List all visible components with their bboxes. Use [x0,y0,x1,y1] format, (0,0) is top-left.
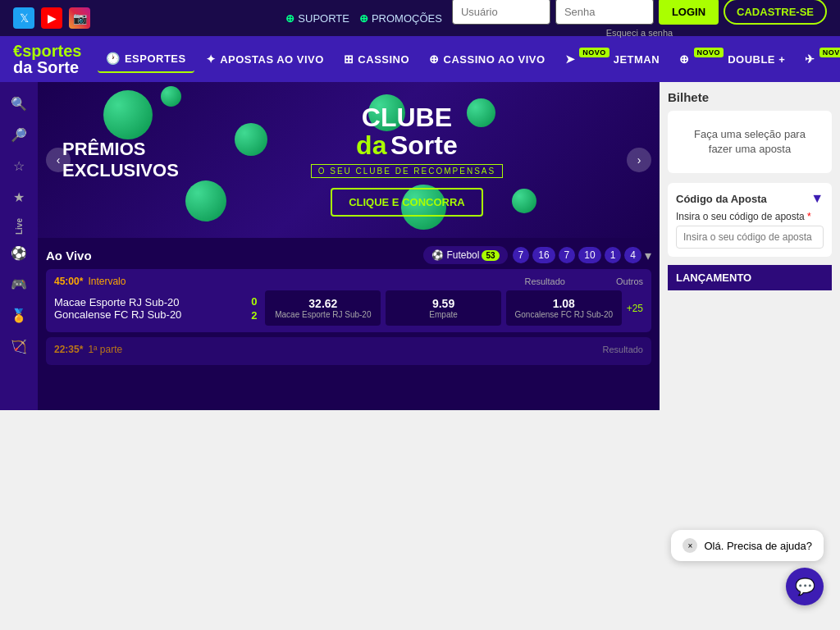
nav-items: 🕐 ESPORTES ✦ APOSTAS AO VIVO ⊞ CASSINO ⊕… [98,45,840,73]
more-odds-button[interactable]: +25 [627,303,643,314]
result-label: Resultado [524,276,565,286]
match-teams: Macae Esporte RJ Sub-20 Goncalense FC RJ… [54,296,243,321]
star-outline-icon[interactable]: ☆ [6,153,32,179]
codigo-label: Insira o seu código de aposta * [676,211,824,222]
top-right: ⊕ SUPORTE ⊕ PROMOÇÕES LOGIN CADASTRE-SE … [285,0,827,38]
banner-left-text: PRÊMIOS EXCLUSIVOS [62,139,179,181]
match-info: Macae Esporte RJ Sub-20 Goncalense FC RJ… [54,296,243,321]
social-icons: 𝕏 ▶ 📷 [13,7,90,29]
logo-top: €sportes [13,43,81,59]
banner: ‹ PRÊMIOS EXCLUSIVOS CLUBE da Sorte O SE… [38,82,660,238]
live-title: Ao Vivo [46,249,92,262]
apostas-icon: ✦ [206,52,217,66]
register-button[interactable]: CADASTRE-SE [724,0,827,25]
jetman-icon: ➤ [565,52,576,66]
codigo-section: Código da Aposta ▼ Insira o seu código d… [668,183,832,257]
match-scores: 0 2 [251,295,257,322]
match-status-2: 1ª parte [88,344,122,355]
match-odds: 32.62 Macae Esporte RJ Sub-20 9.59 Empat… [265,290,643,326]
sports-icon[interactable]: 🏅 [6,302,32,328]
aviator-icon: ✈ [805,52,815,66]
right-sidebar: Bilhete Faça uma seleção para fazer uma … [660,82,840,410]
odd-team2-button[interactable]: 1.08 Goncalense FC RJ Sub-20 [506,290,622,326]
controller-icon[interactable]: 🎮 [6,271,32,297]
logo[interactable]: €sportes da Sorte [13,43,81,75]
banner-subtitle: O SEU CLUBE DE RECOMPENSAS [311,164,503,178]
filter-dropdown-icon[interactable]: ▾ [645,248,651,263]
nav-item-aviator[interactable]: ✈ Novo AVIATOR [797,46,840,72]
twitter-icon[interactable]: 𝕏 [13,7,34,29]
nav-item-double[interactable]: ⊕ Novo DOUBLE + [671,46,793,72]
team1-name: Macae Esporte RJ Sub-20 [54,296,243,308]
left-sidebar: 🔍 🔎 ☆ ★ Live ⚽ 🎮 🏅 🏹 [0,82,38,410]
banner-next-button[interactable]: › [627,148,651,172]
banner-premios: PRÊMIOS [62,139,179,160]
search-icon[interactable]: 🔍 [6,90,32,116]
launch-banner: LANÇAMENTO [668,265,832,290]
cassino-live-icon: ⊕ [429,52,440,66]
codigo-input[interactable] [676,226,824,249]
live-label[interactable]: Live [15,218,24,235]
result-label-2: Resultado [602,345,643,354]
match-time: 45:00* [54,276,83,287]
bilhete-title: Bilhete [668,90,832,104]
live-filters: ⚽ Futebol 53 7 16 7 10 1 4 ▾ [423,246,651,264]
password-input[interactable] [555,0,654,25]
football-filter[interactable]: ⚽ Futebol 53 [423,246,507,264]
bilhete-empty: Faça uma seleção para fazer uma aposta [668,111,832,173]
match-full-row: Macae Esporte RJ Sub-20 Goncalense FC RJ… [54,290,643,326]
codigo-arrow-icon[interactable]: ▼ [810,191,824,206]
odd-draw-button[interactable]: 9.59 Empate [386,290,501,326]
match-status: Intervalo [88,276,126,287]
forgot-password-link[interactable]: Esqueci a senha [452,28,827,38]
logo-bottom: da Sorte [13,59,81,75]
banner-title: CLUBE da Sorte [179,104,635,161]
username-input[interactable] [452,0,550,25]
football-icon[interactable]: ⚽ [6,240,32,266]
nav-item-cassino[interactable]: ⊞ CASSINO [336,46,418,72]
team1-score: 0 [251,295,257,308]
login-button[interactable]: LOGIN [659,0,719,25]
nav-bar: €sportes da Sorte 🕐 ESPORTES ✦ APOSTAS A… [0,36,840,82]
team2-score: 2 [251,309,257,322]
zoom-icon[interactable]: 🔎 [6,121,32,148]
odd-team1-button[interactable]: 32.62 Macae Esporte RJ Sub-20 [265,290,381,326]
match-row-2: 22:35* 1ª parte Resultado [46,337,651,365]
banner-center: CLUBE da Sorte O SEU CLUBE DE RECOMPENSA… [179,104,635,217]
promocoes-link[interactable]: ⊕ PROMOÇÕES [359,12,442,25]
cassino-icon: ⊞ [344,52,354,66]
nav-item-esportes[interactable]: 🕐 ESPORTES [98,45,194,73]
auth-section: LOGIN CADASTRE-SE Esqueci a senha [452,0,827,38]
live-header: Ao Vivo ⚽ Futebol 53 7 16 7 10 1 4 ▾ [46,238,651,269]
live-section: Ao Vivo ⚽ Futebol 53 7 16 7 10 1 4 ▾ [38,238,660,365]
banner-prev-button[interactable]: ‹ [46,148,71,172]
nav-item-apostas-ao-vivo[interactable]: ✦ APOSTAS AO VIVO [198,46,332,72]
main-layout: 🔍 🔎 ☆ ★ Live ⚽ 🎮 🏅 🏹 ‹ PRÊ [0,82,840,410]
filter-icons: 7 16 7 10 1 4 ▾ [513,247,651,263]
match-meta-2: 22:35* 1ª parte Resultado [54,344,643,355]
nav-item-jetman[interactable]: ➤ Novo JETMAN [557,46,668,72]
outros-label: Outros [616,276,643,286]
codigo-title: Código da Aposta [676,193,767,205]
banner-cta-button[interactable]: CLIQUE E CONCORRA [331,188,483,217]
suporte-link[interactable]: ⊕ SUPORTE [285,12,349,25]
banner-exclusivos: EXCLUSIVOS [62,160,179,181]
codigo-header: Código da Aposta ▼ [676,191,824,206]
match-time-2: 22:35* [54,344,83,355]
content-area: ‹ PRÊMIOS EXCLUSIVOS CLUBE da Sorte O SE… [38,82,660,410]
star-icon[interactable]: ★ [6,184,32,210]
nav-item-cassino-ao-vivo[interactable]: ⊕ CASSINO AO VIVO [421,46,554,72]
youtube-icon[interactable]: ▶ [41,7,62,29]
extras-icon[interactable]: 🏹 [6,333,32,359]
match-meta: 45:00* Intervalo Resultado Outros [54,276,643,287]
team2-name: Goncalense FC RJ Sub-20 [54,308,243,321]
instagram-icon[interactable]: 📷 [69,7,90,29]
esportes-icon: 🕐 [106,52,121,65]
top-bar: 𝕏 ▶ 📷 ⊕ SUPORTE ⊕ PROMOÇÕES LOGIN CADAST… [0,0,840,36]
double-icon: ⊕ [679,52,690,66]
match-row: 45:00* Intervalo Resultado Outros Macae … [46,269,651,332]
